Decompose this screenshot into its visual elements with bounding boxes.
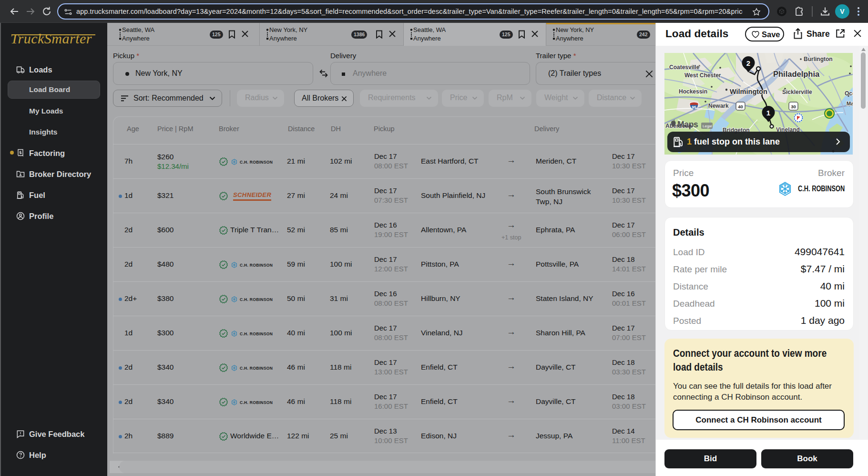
svg-text:30: 30 — [791, 104, 796, 109]
svg-text:2: 2 — [746, 59, 750, 67]
svg-text:Coatesville: Coatesville — [669, 64, 700, 71]
svg-text:Philadelphia: Philadelphia — [773, 70, 820, 78]
svg-text:Hockessin: Hockessin — [679, 88, 707, 95]
svg-text:West Chester: West Chester — [684, 72, 721, 79]
svg-text:Oce: Oce — [845, 90, 853, 97]
svg-text:Newark: Newark — [708, 103, 729, 109]
svg-text:1: 1 — [766, 109, 770, 117]
svg-text:40: 40 — [738, 104, 743, 109]
svg-text:Legal: Legal — [703, 124, 712, 128]
svg-text:Wilmington: Wilmington — [730, 88, 767, 95]
svg-text:Maps: Maps — [677, 120, 698, 129]
svg-text:Ma: Ma — [847, 101, 853, 106]
svg-text:Sicklerville: Sicklerville — [782, 89, 812, 95]
svg-text:95: 95 — [692, 105, 696, 110]
svg-text:Burlington: Burlington — [804, 56, 833, 62]
